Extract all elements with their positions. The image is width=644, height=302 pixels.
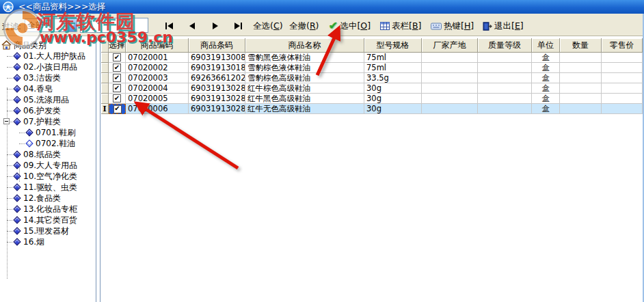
diamond-icon	[13, 172, 21, 180]
table-row[interactable]: ✔ 07020005 6903191302837 红牛黑色高级鞋油 30g 盒	[101, 94, 643, 104]
cell-maker	[422, 53, 478, 63]
cell-code: 07020005	[126, 94, 189, 104]
category-tree: 商品类别 01.大人用护肤品 02.小孩日用品 03.洁齿类 04.香皂 05.…	[0, 37, 96, 302]
cell-barcode: 6903191302844	[189, 83, 245, 94]
select-all-button[interactable]: 全选(C)	[253, 20, 283, 32]
cell-price	[602, 104, 643, 114]
tree-item[interactable]: 01.大人用护肤品	[0, 51, 96, 61]
diamond-icon	[13, 238, 21, 245]
tree-item[interactable]: 05.洗涤用品	[0, 94, 96, 105]
next-record-button[interactable]	[205, 19, 226, 33]
combobox-dropdown-button[interactable]	[66, 19, 77, 31]
confirm-selection-button[interactable]: 选中[O]	[329, 20, 371, 32]
table-columns-button[interactable]: 表栏[B]	[380, 20, 421, 32]
cell-barcode: 6903191302851	[189, 104, 245, 114]
row-checkbox[interactable]: ✔	[113, 74, 121, 82]
focused-cell: ✔	[109, 104, 126, 114]
cell-unit: 盒	[532, 83, 560, 94]
panel-separator	[96, 37, 100, 302]
diamond-icon	[13, 227, 21, 234]
toolbar: 过滤: 全部 全选(C) 全撤(R) 选中[O]	[0, 14, 644, 37]
cell-name: 雪豹棕色液体鞋油	[245, 63, 364, 73]
next-record-icon	[213, 23, 218, 29]
deselect-all-button[interactable]: 全撤(R)	[289, 20, 319, 32]
product-table: 选择 商品编码 商品条码 商品名称 型号规格 厂家产地 质量等级 单位 数量 零…	[101, 38, 643, 114]
row-checkbox[interactable]: ✔	[113, 64, 121, 72]
tree-item[interactable]: 14.其它类百货	[0, 215, 96, 225]
collapse-icon[interactable]	[3, 118, 10, 124]
cell-unit: 盒	[532, 104, 560, 114]
col-header: 零售价	[602, 38, 643, 53]
row-checkbox[interactable]: ✔	[113, 94, 121, 102]
tree-item[interactable]: 13.化妆品专柜	[0, 204, 96, 215]
diamond-icon	[25, 128, 33, 136]
cell-maker	[422, 63, 478, 73]
col-header: 质量等级	[478, 38, 532, 53]
row-checkbox[interactable]: ✔	[113, 105, 122, 113]
app-window: <<商品资料>>>选择 过滤: 全部 全选(C) 全撤(R) 选中[O]	[0, 0, 644, 302]
cell-qty	[560, 94, 602, 104]
cell-spec: 75ml	[364, 53, 422, 63]
tree-item[interactable]: 04.香皂	[0, 83, 96, 94]
tree-item[interactable]: 15.理发器材	[0, 225, 96, 236]
tree-item-child[interactable]: 0701.鞋刷	[0, 127, 96, 138]
diamond-icon	[13, 85, 21, 92]
cell-grade	[478, 73, 532, 83]
tree-item[interactable]: 02.小孩日用品	[0, 61, 96, 72]
home-icon	[1, 40, 12, 50]
tree-item[interactable]: 08.纸品类	[0, 149, 96, 160]
tree-item[interactable]: 03.洁齿类	[0, 72, 96, 83]
tree-item[interactable]: 11.驱蚊、虫类	[0, 182, 96, 193]
table-row[interactable]: ✔ 07020002 6903191301830 雪豹棕色液体鞋油 75ml 盒	[101, 63, 643, 73]
cell-barcode: 6903191301830	[189, 63, 245, 73]
tree-root[interactable]: 商品类别	[0, 40, 96, 51]
cell-spec: 30g	[364, 94, 422, 104]
row-checkbox[interactable]: ✔	[113, 53, 121, 61]
filter-combobox[interactable]: 全部	[25, 18, 77, 32]
cell-qty	[560, 63, 602, 73]
diamond-icon	[13, 205, 21, 212]
corner-cell	[101, 38, 109, 53]
last-record-button[interactable]	[228, 19, 248, 33]
col-header: 单位	[532, 38, 560, 53]
tree-item[interactable]: 09.大人专用品	[0, 160, 96, 171]
cell-price	[602, 83, 643, 94]
cell-name: 红牛棕色高级鞋油	[245, 83, 364, 94]
cell-maker	[422, 104, 478, 114]
cell-maker	[422, 73, 478, 83]
filter-search-input[interactable]	[80, 18, 148, 33]
cell-code: 07020003	[126, 73, 189, 83]
diamond-icon	[13, 52, 21, 59]
table-row-selected[interactable]: I ✔ 07020006 6903191302851 红牛无色高级鞋油 30g …	[101, 104, 643, 114]
diamond-icon	[13, 183, 21, 191]
prev-record-button[interactable]	[182, 19, 202, 33]
diamond-icon	[13, 194, 21, 202]
col-header: 厂家产地	[422, 38, 478, 53]
tree-item[interactable]: 16.烟	[0, 236, 96, 247]
table-row[interactable]: ✔ 07020004 6903191302844 红牛棕色高级鞋油 30g 盒	[101, 83, 643, 94]
first-record-button[interactable]	[159, 19, 179, 33]
col-header: 商品名称	[245, 38, 364, 53]
cell-barcode: 6903191300888	[189, 53, 245, 63]
cell-unit: 盒	[532, 53, 560, 63]
tree-item[interactable]: 10.空气净化类	[0, 171, 96, 182]
current-row-indicator: I	[101, 104, 109, 114]
col-header: 选择	[109, 38, 126, 53]
table-row[interactable]: ✔ 07020003 6926366120210 雪豹棕色高级鞋油 33.5g …	[101, 73, 643, 83]
cell-price	[602, 73, 643, 83]
cell-spec: 33.5g	[364, 73, 422, 83]
hotkeys-button[interactable]: 热键[H]	[431, 20, 474, 32]
tree-item-expanded[interactable]: 07.护鞋类	[0, 116, 96, 127]
tree-item[interactable]: 06.护发类	[0, 105, 96, 116]
table-row[interactable]: ✔ 07020001 6903191300888 雪豹黑色液体鞋油 75ml 盒	[101, 53, 643, 63]
cell-price	[602, 94, 643, 104]
cell-unit: 盒	[532, 73, 560, 83]
cell-spec: 75ml	[364, 63, 422, 73]
tree-item[interactable]: 12.食品类	[0, 193, 96, 204]
tree-item-child-selected[interactable]: 0702.鞋油	[0, 138, 96, 149]
cell-code: 07020001	[126, 53, 189, 63]
cell-grade	[478, 63, 532, 73]
row-checkbox[interactable]: ✔	[113, 84, 121, 92]
exit-button[interactable]: 退出[E]	[483, 20, 524, 32]
cell-grade	[478, 94, 532, 104]
